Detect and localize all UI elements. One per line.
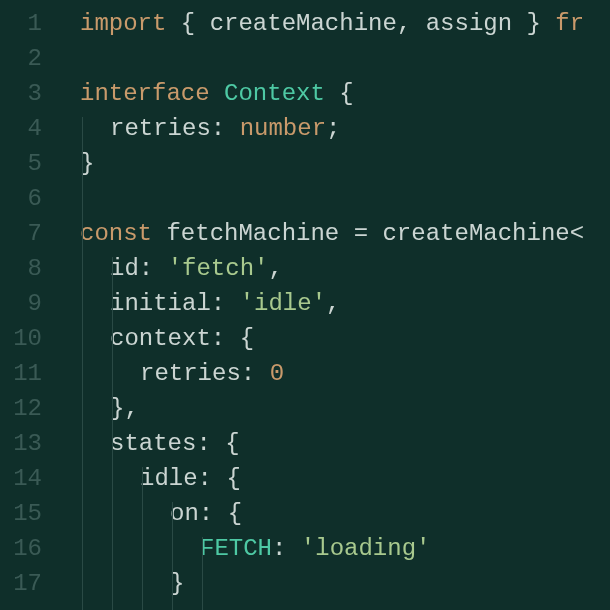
token [325, 80, 339, 107]
token [210, 80, 224, 107]
token: interface [80, 80, 210, 107]
token: retries [140, 360, 241, 387]
code-line[interactable] [80, 41, 610, 76]
token: { [226, 465, 240, 492]
code-line[interactable]: const fetchMachine = createMachine< [80, 216, 610, 251]
code-line[interactable]: idle: { [80, 461, 610, 496]
line-number: 14 [0, 461, 42, 496]
line-number: 9 [0, 286, 42, 321]
token: , [326, 290, 340, 317]
code-line[interactable]: initial: 'idle', [80, 286, 610, 321]
indent-guide [142, 467, 143, 610]
line-number: 5 [0, 146, 42, 181]
token: createMachine [382, 220, 569, 247]
code-line[interactable] [80, 181, 610, 216]
token [368, 220, 382, 247]
token: Context [224, 80, 325, 107]
token [213, 500, 227, 527]
line-number: 15 [0, 496, 42, 531]
line-number: 6 [0, 181, 42, 216]
indent-guide [112, 257, 113, 610]
line-number: 17 [0, 566, 42, 601]
line-number-gutter: 1234567891011121314151617 [0, 6, 60, 610]
code-editor[interactable]: 1234567891011121314151617 import { creat… [0, 0, 610, 610]
token [225, 290, 239, 317]
line-number: 1 [0, 6, 42, 41]
token: : [211, 290, 225, 317]
token: { [228, 500, 242, 527]
token [339, 220, 353, 247]
code-line[interactable]: retries: number; [80, 111, 610, 146]
code-line[interactable]: FETCH: 'loading' [80, 531, 610, 566]
token: 'idle' [240, 290, 326, 317]
token: < [570, 220, 584, 247]
token: createMachine [195, 10, 397, 37]
token: : [272, 535, 286, 562]
indent-guide [82, 117, 83, 610]
token: : [211, 325, 225, 352]
token: 'loading' [301, 535, 431, 562]
token: retries [110, 115, 211, 142]
token: , [268, 255, 282, 282]
token: context [110, 325, 211, 352]
token [152, 220, 166, 247]
token: ; [326, 115, 340, 142]
token: 0 [270, 360, 284, 387]
token: on [170, 500, 199, 527]
token: number [240, 115, 326, 142]
code-line[interactable]: interface Context { [80, 76, 610, 111]
token: assign [411, 10, 526, 37]
line-number: 11 [0, 356, 42, 391]
token [225, 325, 239, 352]
token: initial [110, 290, 211, 317]
token: 'fetch' [168, 255, 269, 282]
code-line[interactable]: context: { [80, 321, 610, 356]
token: : [211, 115, 225, 142]
line-number: 2 [0, 41, 42, 76]
token: FETCH [200, 535, 272, 562]
token: = [354, 220, 368, 247]
line-number: 16 [0, 531, 42, 566]
token [212, 465, 226, 492]
token: id [110, 255, 139, 282]
code-line[interactable]: on: { [80, 496, 610, 531]
token: { [181, 10, 195, 37]
code-line[interactable]: retries: 0 [80, 356, 610, 391]
token [541, 10, 555, 37]
token: { [339, 80, 353, 107]
token: : [139, 255, 153, 282]
line-number: 13 [0, 426, 42, 461]
token: const [80, 220, 152, 247]
token [166, 10, 180, 37]
code-area[interactable]: import { createMachine, assign } frinter… [60, 6, 610, 610]
indent-guide [172, 502, 173, 610]
line-number: 10 [0, 321, 42, 356]
token: fetchMachine [166, 220, 339, 247]
token: } [527, 10, 541, 37]
token [255, 360, 269, 387]
token: , [397, 10, 411, 37]
token: : [241, 360, 255, 387]
line-number: 7 [0, 216, 42, 251]
token: : [199, 500, 213, 527]
token: { [240, 325, 254, 352]
code-line[interactable]: } [80, 146, 610, 181]
code-line[interactable]: }, [80, 391, 610, 426]
token: { [225, 430, 239, 457]
code-line[interactable]: states: { [80, 426, 610, 461]
line-number: 3 [0, 76, 42, 111]
line-number: 12 [0, 391, 42, 426]
token: import [80, 10, 166, 37]
token: : [196, 430, 210, 457]
code-line[interactable]: id: 'fetch', [80, 251, 610, 286]
token [153, 255, 167, 282]
token: , [124, 395, 138, 422]
indent-guide [202, 537, 203, 610]
token [225, 115, 239, 142]
token: states [110, 430, 196, 457]
line-number: 8 [0, 251, 42, 286]
token [286, 535, 300, 562]
code-line[interactable]: } [80, 566, 610, 601]
line-number: 4 [0, 111, 42, 146]
code-line[interactable]: import { createMachine, assign } fr [80, 6, 610, 41]
